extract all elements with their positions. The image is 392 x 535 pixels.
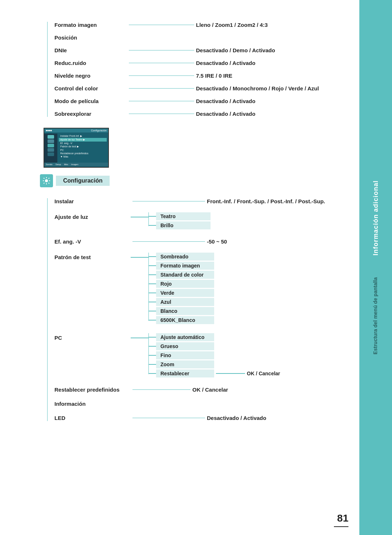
ajuste-sub-item2: Brillo [149,221,211,229]
row-informacion: Información [54,401,334,407]
row-nivelde-negro: Nivelde negro 7.5 IRE / 0 IRE [54,73,334,79]
row-pc: PC Ajuste automático Grueso Fino [54,333,334,379]
label-pc: PC [54,333,131,341]
page-number: 81 [337,512,348,524]
label-led: LED [54,415,131,421]
p-label6: Azul [156,298,214,306]
pc-hline3 [149,355,156,356]
p-label4: Rojo [156,280,214,288]
p-label7: Blanco [156,307,214,315]
value-ef-ang: -50 ~ 50 [207,238,227,245]
p-label1: Sombreado [156,253,214,261]
patron-sub-vline [148,253,149,321]
p-hline7 [149,311,156,311]
pc-line-rest-value [216,373,245,374]
line-to-patron-subs [131,257,149,258]
row-reduc-ruido: Reduc.ruido Desactivado / Activado [54,60,334,66]
value-led: Desactivado / Activado [207,415,266,421]
config-label: Configuración [56,176,110,186]
ss-title-right: Configuración [91,129,107,132]
patron-sub-item3: Standard de color [149,271,214,279]
label-instalar: Instalar [54,198,131,204]
row-instalar: Instalar Front.-Inf. / Front.-Sup. / Pos… [54,198,334,204]
ss-item7: ▼ Más [59,155,107,158]
line-instalar [132,201,205,202]
label-posicion: Posición [54,34,127,41]
row-ajuste-luz: Ajuste de luz Teatro Brillo [54,212,334,230]
top-section: Formato imagen Lleno / Zoom1 / Zoom2 / 4… [54,22,334,117]
p-hline8 [149,320,156,320]
label-dnie: DNIe [54,47,127,53]
top-vline [47,22,48,117]
gear-icon [42,176,51,185]
patron-sub-item1: Sombreado [149,253,214,261]
pc-sublist: Ajuste automático Grueso Fino Zoom [149,333,280,379]
ajuste-sub-label2: Brillo [156,221,211,229]
pc-sub-vline [148,333,149,374]
ajuste-sub-hline2 [149,225,156,226]
row-ef-ang: Ef. ang. -V -50 ~ 50 [54,238,334,245]
pc-label-rest: Restablecer [156,369,214,377]
line-modo-pelicula [129,101,194,102]
value-instalar: Front.-Inf. / Front.-Sup. / Post.-Inf. /… [207,198,325,204]
line-formato-imagen [129,25,194,25]
ss-icon5 [48,152,54,156]
line-ef-ang [132,241,205,242]
pc-sub-restablecer: Restablecer OK / Cancelar [149,369,280,377]
ss-item5: PC [59,148,107,152]
p-hline4 [149,283,156,284]
p-hline3 [149,274,156,275]
ajuste-sub-label1: Teatro [156,212,211,220]
p-hline2 [149,265,156,266]
ss-menu: Instalar Front.Inf. ▶ Ajuste de luz Teat… [57,134,108,163]
line-led [132,418,205,418]
pc-label4: Zoom [156,360,214,368]
svg-point-0 [45,179,48,182]
patron-sub-item6: Azul [149,298,214,306]
ss-tab2: Setup [56,163,61,166]
patron-sub-item8: 6500K_Blanco [149,316,214,324]
pc-sub-container: Ajuste automático Grueso Fino Zoom [131,333,280,379]
patron-sub-item7: Blanco [149,307,214,315]
p-hline5 [149,293,156,293]
p-label5: Verde [156,289,214,297]
value-formato-imagen: Lleno / Zoom1 / Zoom2 / 4:3 [196,22,268,28]
pc-hline-rest [149,373,156,374]
p-hline6 [149,302,156,302]
screenshot-thumbnail: ■■■■ Configuración Instalar Front.Inf. ▶… [44,128,109,168]
label-ef-ang: Ef. ang. -V [54,238,131,245]
label-patron-test: Patrón de test [54,253,131,260]
pc-sub-item4: Zoom [149,360,280,368]
patron-sublist: Sombreado Formato imagen Standard de col… [149,253,214,325]
p-label2: Formato imagen [156,262,214,270]
line-reduc-ruido [129,63,194,64]
row-posicion: Posición [54,34,334,41]
label-reduc-ruido: Reduc.ruido [54,60,127,66]
config-header: Configuración [40,174,334,187]
config-tree: Instalar Front.-Inf. / Front.-Sup. / Pos… [54,198,334,421]
ss-tab1: Sonido [46,163,53,166]
pc-value-rest: OK / Cancelar [247,371,280,376]
pc-hline2 [149,346,156,347]
line-restablecer-pred [132,389,191,390]
label-ajuste-luz: Ajuste de luz [54,212,131,220]
line-to-pc-subs [131,338,149,338]
p-label3: Standard de color [156,271,214,279]
value-control-color: Desactivado / Monochromo / Rojo / Verde … [196,85,319,91]
row-modo-pelicula: Modo de película Desactivado / Activado [54,98,334,104]
label-nivelde-negro: Nivelde negro [54,73,127,79]
pc-hline4 [149,364,156,365]
pc-label2: Grueso [156,342,214,350]
row-dnie: DNIe Desactivado / Demo / Activado [54,47,334,53]
patron-sub-item5: Verde [149,289,214,297]
ajuste-sub-vline [148,212,149,226]
ss-tabs: Sonido Setup Más Imagen [44,163,108,166]
config-icon [40,174,53,187]
value-sobreexplorar: Desactivado / Activado [196,111,256,117]
line-dnie [129,50,194,51]
label-restablecer-pred: Restablecer predefinidos [54,387,131,393]
pc-sub-item2: Grueso [149,342,280,350]
value-restablecer-pred: OK / Cancelar [192,387,228,393]
sidebar-title1: Información adicional [372,180,380,256]
pc-hline1 [149,337,156,338]
